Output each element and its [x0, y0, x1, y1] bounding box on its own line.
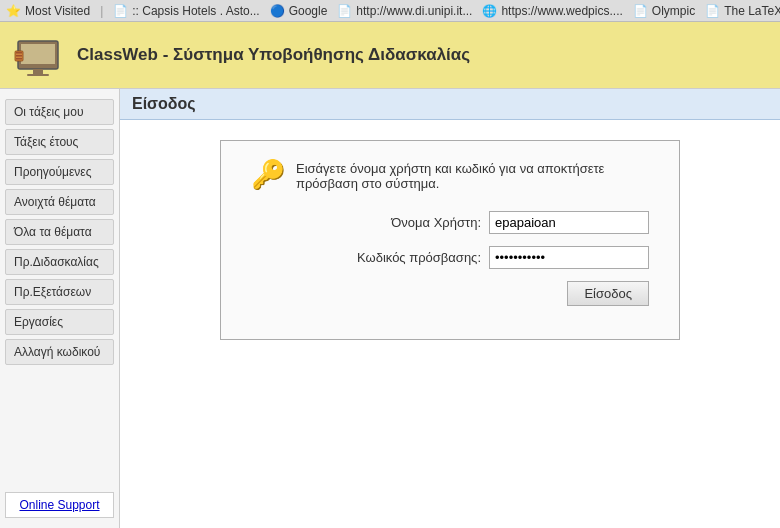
- page-icon-3: 📄: [633, 4, 648, 18]
- key-icon: 🔑: [251, 161, 286, 189]
- page-title: Είσοδος: [132, 95, 768, 113]
- sidebar-item-teaching-prog[interactable]: Πρ.Διδασκαλίας: [5, 249, 114, 275]
- password-row: Κωδικός πρόσβασης:: [251, 246, 649, 269]
- tab-google[interactable]: 🔵 Google: [270, 4, 328, 18]
- header: ClassWeb - Σύστημα Υποβοήθησης Διδασκαλί…: [0, 22, 780, 89]
- header-title: ClassWeb - Σύστημα Υποβοήθησης Διδασκαλί…: [77, 45, 470, 65]
- sidebar-item-exam-prog[interactable]: Πρ.Εξετάσεων: [5, 279, 114, 305]
- svg-rect-5: [16, 52, 22, 54]
- form-actions: Είσοδος: [251, 281, 649, 306]
- browser-bar: ⭐ Most Visited | 📄 :: Capsis Hotels . As…: [0, 0, 780, 22]
- sidebar-item-change-password[interactable]: Αλλαγή κωδικού: [5, 339, 114, 365]
- svg-rect-3: [27, 74, 49, 76]
- sidebar-item-previous[interactable]: Προηγούμενες: [5, 159, 114, 185]
- svg-rect-2: [33, 69, 43, 74]
- logo-icon: [13, 33, 63, 78]
- google-icon: 🔵: [270, 4, 285, 18]
- tab-most-visited[interactable]: ⭐ Most Visited: [6, 4, 90, 18]
- username-label: Όνομα Χρήστη:: [391, 215, 481, 230]
- svg-rect-7: [16, 58, 22, 60]
- globe-icon: 🌐: [482, 4, 497, 18]
- online-support-link[interactable]: Online Support: [5, 492, 114, 518]
- main-content: Είσοδος 🔑 Εισάγετε όνομα χρήστη και κωδι…: [120, 89, 780, 528]
- tab-capsis[interactable]: 📄 :: Capsis Hotels . Asto...: [113, 4, 259, 18]
- login-box: 🔑 Εισάγετε όνομα χρήστη και κωδικό για ν…: [220, 140, 680, 340]
- svg-rect-1: [21, 44, 55, 64]
- svg-rect-6: [16, 55, 22, 57]
- tab-latex[interactable]: 📄 The LaTeX Beamer Cla...: [705, 4, 780, 18]
- sidebar: Οι τάξεις μου Τάξεις έτους Προηγούμενες …: [0, 89, 120, 528]
- login-button[interactable]: Είσοδος: [567, 281, 649, 306]
- sidebar-item-my-classes[interactable]: Οι τάξεις μου: [5, 99, 114, 125]
- sidebar-item-open-topics[interactable]: Ανοιχτά θέματα: [5, 189, 114, 215]
- sidebar-item-year-classes[interactable]: Τάξεις έτους: [5, 129, 114, 155]
- username-row: Όνομα Χρήστη:: [251, 211, 649, 234]
- login-container: 🔑 Εισάγετε όνομα χρήστη και κωδικό για ν…: [120, 120, 780, 360]
- star-icon: ⭐: [6, 4, 21, 18]
- page-title-bar: Είσοδος: [120, 89, 780, 120]
- sidebar-item-exercises[interactable]: Εργασίες: [5, 309, 114, 335]
- sidebar-item-all-topics[interactable]: Όλα τα θέματα: [5, 219, 114, 245]
- password-input[interactable]: [489, 246, 649, 269]
- password-label: Κωδικός πρόσβασης:: [357, 250, 481, 265]
- login-message-block: 🔑 Εισάγετε όνομα χρήστη και κωδικό για ν…: [251, 161, 649, 191]
- page-icon-2: 📄: [337, 4, 352, 18]
- page-icon: 📄: [113, 4, 128, 18]
- username-input[interactable]: [489, 211, 649, 234]
- logo: [10, 30, 65, 80]
- login-message-text: Εισάγετε όνομα χρήστη και κωδικό για να …: [296, 161, 649, 191]
- tab-wedpics[interactable]: 🌐 https://www.wedpics....: [482, 4, 622, 18]
- tab-di-unipi[interactable]: 📄 http://www.di.unipi.it...: [337, 4, 472, 18]
- tab-olympic[interactable]: 📄 Olympic: [633, 4, 695, 18]
- page-icon-4: 📄: [705, 4, 720, 18]
